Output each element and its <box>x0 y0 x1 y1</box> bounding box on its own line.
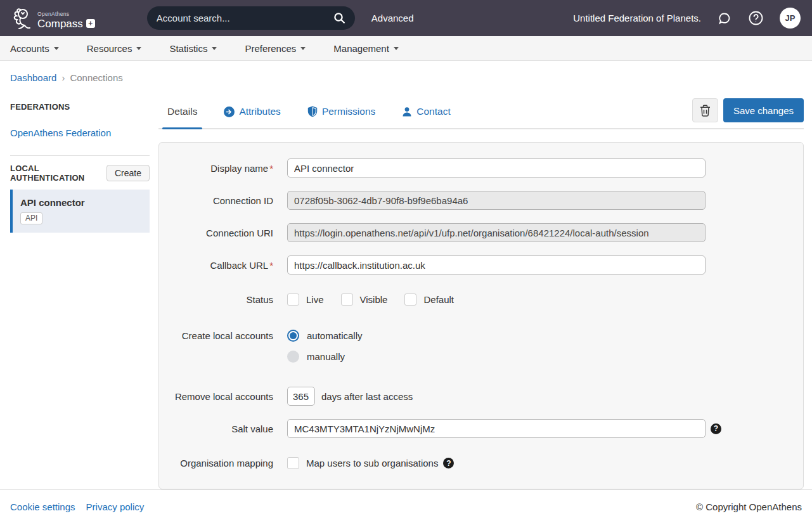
remove-local-accounts-label: Remove local accounts <box>159 391 273 402</box>
footer: Cookie settings Privacy policy © Copyrig… <box>0 489 812 523</box>
main-menu-bar: Accounts Resources Statistics Preference… <box>0 36 812 61</box>
salt-value-field[interactable] <box>287 419 706 438</box>
status-visible-label: Visible <box>360 294 388 305</box>
logo-brand-text: OpenAthens <box>37 11 95 17</box>
tab-permissions[interactable]: Permissions <box>305 98 378 128</box>
breadcrumb: Dashboard›Connections <box>0 61 812 88</box>
compass-plus-icon: + <box>86 19 95 28</box>
top-bar: OpenAthens Compass + Advanced Untitled F… <box>0 0 812 36</box>
org-mapping-checkbox[interactable] <box>287 457 299 469</box>
cookie-settings-link[interactable]: Cookie settings <box>10 501 75 512</box>
chevron-down-icon <box>136 47 141 50</box>
search-input[interactable] <box>157 13 333 23</box>
organisation-name: Untitled Federation of Planets. <box>573 13 701 23</box>
trash-icon <box>700 105 711 117</box>
search-icon <box>333 12 345 24</box>
sidebar-item-openathens-federation[interactable]: OpenAthens Federation <box>10 127 150 138</box>
tab-contact[interactable]: Contact <box>399 98 453 128</box>
chat-bubble-icon <box>717 11 732 26</box>
logo-product-text: Compass <box>37 18 83 29</box>
connection-id-label: Connection ID <box>159 195 273 206</box>
chat-button[interactable] <box>717 11 732 26</box>
nav-preferences[interactable]: Preferences <box>245 43 306 54</box>
connection-type-badge: API <box>20 212 42 224</box>
connection-id-field <box>287 191 706 210</box>
create-local-accounts-label: Create local accounts <box>159 330 273 341</box>
sidebar-divider <box>10 155 150 156</box>
chevron-down-icon <box>54 47 59 50</box>
tab-bar: Details Attributes Permissions <box>158 98 453 128</box>
delete-connection-button[interactable] <box>692 98 718 122</box>
help-button[interactable] <box>748 10 764 26</box>
status-default-checkbox[interactable] <box>404 294 416 306</box>
required-marker: * <box>269 163 273 174</box>
org-mapping-option-label: Map users to sub organisations <box>306 458 438 468</box>
salt-help-icon[interactable]: ? <box>711 423 721 434</box>
chevron-down-icon <box>300 47 306 50</box>
nav-resources[interactable]: Resources <box>87 43 142 54</box>
callback-url-label: Callback URL <box>210 260 268 271</box>
automatically-label: automatically <box>307 330 363 341</box>
salt-value-label: Salt value <box>159 423 273 434</box>
breadcrumb-current: Connections <box>70 72 122 83</box>
required-marker: * <box>269 260 273 271</box>
create-accounts-automatically-radio[interactable] <box>287 330 299 342</box>
nav-accounts[interactable]: Accounts <box>10 43 59 54</box>
status-live-label: Live <box>306 294 324 305</box>
status-label: Status <box>159 294 273 305</box>
person-icon <box>402 107 412 117</box>
nav-management[interactable]: Management <box>333 43 399 54</box>
connection-uri-field <box>287 223 706 242</box>
status-visible-checkbox[interactable] <box>341 294 353 306</box>
details-form-panel: Display name* Connection ID Connection U… <box>158 142 804 489</box>
help-circle-icon <box>748 10 764 26</box>
local-authentication-heading: LOCAL AUTHENTICATION <box>10 164 106 183</box>
chevron-down-icon <box>394 47 399 50</box>
organisation-mapping-label: Organisation mapping <box>159 458 273 468</box>
arrow-circle-icon <box>224 107 235 117</box>
status-default-label: Default <box>423 294 454 305</box>
create-accounts-manually-radio[interactable] <box>287 351 299 363</box>
breadcrumb-dashboard-link[interactable]: Dashboard <box>10 72 56 83</box>
federations-heading: FEDERATIONS <box>10 102 150 112</box>
display-name-label: Display name <box>210 163 268 174</box>
status-live-checkbox[interactable] <box>287 294 299 306</box>
copyright-text: © Copyright OpenAthens <box>696 501 802 512</box>
nav-statistics[interactable]: Statistics <box>169 43 217 54</box>
tab-details[interactable]: Details <box>165 98 200 128</box>
breadcrumb-separator: › <box>61 72 65 83</box>
display-name-field[interactable] <box>287 158 706 178</box>
sidebar-item-api-connector[interactable]: API connector API <box>10 190 150 233</box>
openathens-owl-icon <box>11 6 33 31</box>
shield-icon <box>307 106 318 117</box>
privacy-policy-link[interactable]: Privacy policy <box>86 501 145 512</box>
advanced-search-link[interactable]: Advanced <box>371 13 414 23</box>
manually-label: manually <box>307 351 345 362</box>
remove-days-field[interactable] <box>287 387 315 406</box>
search-button[interactable] <box>333 12 345 24</box>
create-connection-button[interactable]: Create <box>106 165 150 181</box>
openathens-compass-logo[interactable]: OpenAthens Compass + <box>11 6 95 31</box>
main-content: Details Attributes Permissions <box>158 88 804 489</box>
remove-days-suffix: days after last access <box>321 391 413 402</box>
connection-name: API connector <box>20 197 142 208</box>
account-search-box <box>147 6 355 30</box>
tab-attributes[interactable]: Attributes <box>221 98 283 128</box>
chevron-down-icon <box>212 47 217 50</box>
org-mapping-help-icon[interactable]: ? <box>443 458 454 468</box>
callback-url-field[interactable] <box>287 255 706 274</box>
user-avatar[interactable]: JP <box>780 8 801 29</box>
connection-uri-label: Connection URI <box>159 228 273 238</box>
sidebar: FEDERATIONS OpenAthens Federation LOCAL … <box>10 88 150 233</box>
save-changes-button[interactable]: Save changes <box>723 98 804 122</box>
